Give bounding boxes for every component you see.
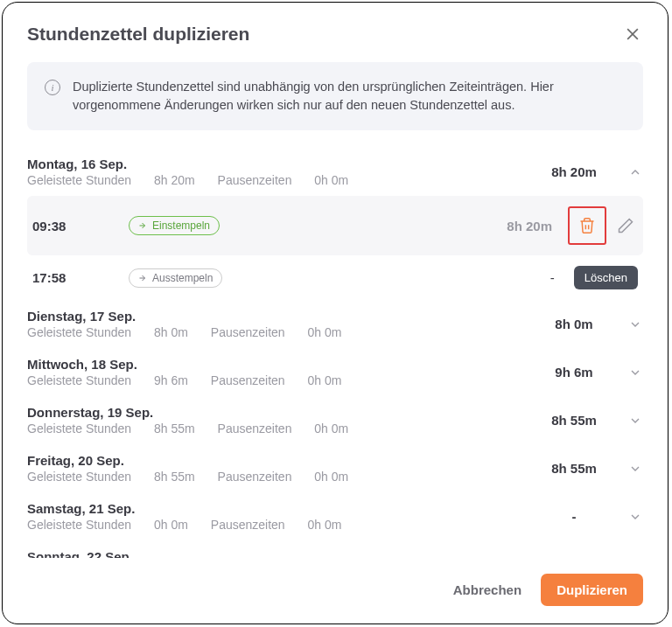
day-subtitle: Geleistete Stunden 8h 20m Pausenzeiten 0… bbox=[27, 173, 543, 187]
day-row-saturday[interactable]: Samstag, 21 Sep. Geleistete Stunden 0h 0… bbox=[27, 492, 643, 540]
chevron-down-icon bbox=[627, 413, 643, 428]
pencil-icon bbox=[617, 217, 634, 234]
entry-duration: 8h 20m bbox=[507, 219, 552, 233]
day-title: Mittwoch, 18 Sep. bbox=[27, 357, 543, 372]
chevron-up-icon bbox=[627, 164, 643, 180]
day-total: 9h 6m bbox=[543, 365, 605, 380]
time-entry-row: 17:58 Ausstempeln - Löschen bbox=[27, 255, 643, 300]
day-subtitle: Geleistete Stunden 8h 55m Pausenzeiten 0… bbox=[27, 421, 543, 435]
day-row-sunday[interactable]: Sonntag, 22 Sep. bbox=[27, 540, 643, 558]
modal-title: Stundenzettel duplizieren bbox=[27, 24, 249, 45]
day-total: 8h 55m bbox=[543, 413, 605, 428]
chevron-down-icon bbox=[627, 365, 643, 380]
day-total: 8h 55m bbox=[543, 461, 605, 476]
day-subtitle: Geleistete Stunden 0h 0m Pausenzeiten 0h… bbox=[27, 518, 543, 532]
day-subtitle: Geleistete Stunden 8h 55m Pausenzeiten 0… bbox=[27, 470, 543, 484]
close-icon bbox=[624, 25, 641, 43]
chevron-down-icon bbox=[627, 461, 643, 477]
delete-tooltip: Löschen bbox=[574, 266, 638, 289]
day-row-friday[interactable]: Freitag, 20 Sep. Geleistete Stunden 8h 5… bbox=[27, 444, 643, 492]
trash-icon bbox=[578, 217, 596, 234]
day-total: 8h 20m bbox=[543, 164, 605, 179]
entry-duration: - bbox=[550, 270, 555, 285]
day-title: Montag, 16 Sep. bbox=[27, 157, 543, 171]
clock-out-badge: Ausstempeln bbox=[129, 268, 222, 288]
info-icon: i bbox=[45, 80, 60, 95]
clock-in-badge: Einstempeln bbox=[129, 216, 220, 235]
entry-time: 09:38 bbox=[32, 219, 129, 233]
duplicate-button[interactable]: Duplizieren bbox=[541, 574, 643, 606]
info-banner: i Duplizierte Stundenzettel sind unabhän… bbox=[27, 62, 643, 130]
arrow-in-icon bbox=[138, 220, 149, 231]
day-row-thursday[interactable]: Donnerstag, 19 Sep. Geleistete Stunden 8… bbox=[27, 396, 643, 444]
modal-footer: Abbrechen Duplizieren bbox=[3, 558, 668, 624]
chevron-down-icon bbox=[627, 317, 643, 332]
day-row-monday[interactable]: Montag, 16 Sep. Geleistete Stunden 8h 20… bbox=[27, 148, 643, 196]
entry-time: 17:58 bbox=[32, 270, 129, 285]
info-text: Duplizierte Stundenzettel sind unabhängi… bbox=[73, 78, 626, 115]
edit-entry-button[interactable] bbox=[613, 213, 638, 238]
close-button[interactable] bbox=[622, 24, 643, 45]
time-entry-row: 09:38 Einstempeln 8h 20m bbox=[27, 196, 643, 255]
day-title: Freitag, 20 Sep. bbox=[27, 453, 543, 468]
day-subtitle: Geleistete Stunden 9h 6m Pausenzeiten 0h… bbox=[27, 373, 543, 387]
delete-entry-button[interactable] bbox=[568, 206, 606, 245]
day-row-wednesday[interactable]: Mittwoch, 18 Sep. Geleistete Stunden 9h … bbox=[27, 348, 643, 396]
modal-header: Stundenzettel duplizieren bbox=[3, 3, 668, 53]
day-title: Dienstag, 17 Sep. bbox=[27, 309, 543, 324]
day-title: Donnerstag, 19 Sep. bbox=[27, 405, 543, 420]
day-total: 8h 0m bbox=[543, 317, 605, 331]
chevron-down-icon bbox=[627, 509, 643, 525]
duplicate-timesheet-modal: Stundenzettel duplizieren i Duplizierte … bbox=[2, 2, 668, 624]
day-row-tuesday[interactable]: Dienstag, 17 Sep. Geleistete Stunden 8h … bbox=[27, 300, 643, 348]
arrow-out-icon bbox=[138, 273, 149, 283]
day-total: - bbox=[543, 509, 605, 524]
day-title: Samstag, 21 Sep. bbox=[27, 501, 543, 516]
day-subtitle: Geleistete Stunden 8h 0m Pausenzeiten 0h… bbox=[27, 325, 543, 339]
modal-body[interactable]: i Duplizierte Stundenzettel sind unabhän… bbox=[3, 53, 668, 558]
cancel-button[interactable]: Abbrechen bbox=[453, 582, 522, 597]
